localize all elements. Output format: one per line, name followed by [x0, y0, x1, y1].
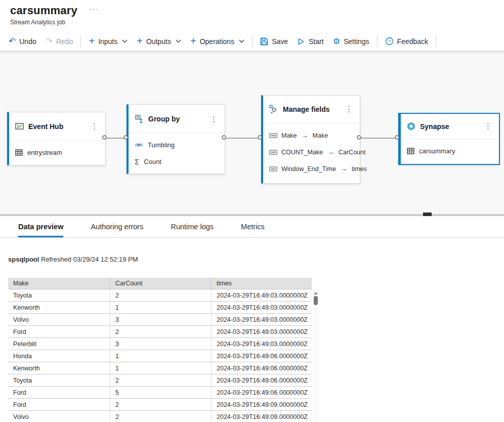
table-cell: 1	[110, 362, 212, 374]
preview-status-line: spsqlpool Refreshed 03/29/24 12:52:19 PM	[8, 256, 138, 263]
output-port[interactable]	[102, 135, 107, 140]
field-to: times	[352, 165, 367, 173]
add-outputs-dropdown[interactable]: + Outputs	[132, 34, 186, 49]
add-inputs-dropdown[interactable]: + Inputs	[84, 34, 132, 49]
tab-runtime-logs[interactable]: Runtime logs	[171, 216, 214, 237]
manage-fields-icon	[269, 105, 278, 114]
table-cell: 3	[110, 338, 212, 350]
undo-button[interactable]: ↶ Undo	[4, 34, 41, 49]
redo-button[interactable]: ↷ Redo	[41, 34, 78, 49]
tab-data-preview[interactable]: Data preview	[18, 216, 63, 237]
table-cell: 1	[110, 302, 212, 313]
settings-label: Settings	[344, 37, 369, 46]
input-port[interactable]	[123, 135, 128, 140]
output-port[interactable]	[357, 135, 361, 140]
inputs-label: Inputs	[98, 37, 117, 46]
tab-metrics[interactable]: Metrics	[241, 216, 265, 237]
tab-authoring-errors[interactable]: Authoring errors	[91, 216, 143, 237]
input-port[interactable]	[258, 135, 262, 140]
node-menu-icon[interactable]: ⋮	[343, 105, 355, 114]
input-port[interactable]	[395, 135, 399, 140]
more-options-icon[interactable]: ···	[90, 5, 99, 13]
field-mapping[interactable]: COUNT_Make → CarCount	[263, 144, 360, 160]
node-item-entrystream[interactable]: entrystream	[9, 144, 105, 161]
node-event-hub[interactable]: Event Hub ⋮ entrystream	[7, 112, 106, 165]
input-name: entrystream	[27, 149, 62, 156]
diagram-canvas[interactable]: Event Hub ⋮ entrystream Σ Group by ⋮	[0, 51, 504, 216]
table-cell: Ford	[8, 399, 110, 410]
field-to: Make	[313, 132, 328, 139]
undo-label: Undo	[19, 37, 36, 46]
node-synapse[interactable]: Synapse ⋮ carsummary	[398, 113, 500, 165]
start-button[interactable]: Start	[292, 34, 328, 49]
table-row: Honda12024-03-29T16:49:06.0000000Z	[8, 350, 312, 362]
field-mapping[interactable]: Window_End_Time → times	[263, 160, 360, 177]
table-cell: 2	[110, 374, 212, 386]
table-row: Kenworth12024-03-29T16:49:06.0000000Z	[8, 362, 312, 374]
toolbar-separator	[252, 35, 253, 48]
table-row: Ford22024-03-29T16:49:03.0000000Z	[8, 326, 312, 338]
table-vscrollbar[interactable]	[313, 289, 319, 422]
field-mapping[interactable]: Make → Make	[263, 127, 360, 144]
toolbar-separator	[80, 35, 81, 48]
scroll-up-icon[interactable]	[314, 292, 318, 294]
table-row: Kenworth12024-03-29T16:49:03.0000000Z	[8, 302, 312, 314]
settings-button[interactable]: ⚙ Settings	[328, 34, 374, 49]
node-title: Manage fields	[283, 105, 339, 113]
table-cell: 2024-03-29T16:49:03.0000000Z	[212, 326, 312, 337]
table-cell: Ford	[8, 326, 110, 337]
field-icon	[269, 133, 277, 138]
arrow-right-icon: →	[340, 165, 348, 173]
plus-icon: +	[190, 36, 196, 46]
node-item-aggregate[interactable]: Σ Count	[129, 153, 225, 170]
table-cell: Ford	[8, 387, 110, 398]
table-header-row: Make CarCount times	[8, 278, 312, 289]
add-operations-dropdown[interactable]: + Operations	[186, 34, 249, 49]
table-cell: Volvo	[8, 411, 110, 422]
command-bar: ↶ Undo ↷ Redo + Inputs + Outputs + Opera…	[4, 32, 504, 51]
node-item-carsummary[interactable]: carsummary	[401, 143, 499, 159]
arrow-right-icon: →	[327, 148, 334, 156]
table-cell: 2	[110, 289, 212, 301]
node-title: Synapse	[420, 122, 478, 131]
node-item-window[interactable]: Tumbling	[129, 137, 225, 153]
redo-label: Redo	[56, 37, 73, 46]
node-manage-fields[interactable]: Manage fields ⋮ Make → Make COUNT_Make	[261, 95, 360, 184]
table-grid-icon	[407, 148, 414, 154]
table-cell: 2024-03-29T16:49:06.0000000Z	[212, 387, 312, 398]
table-cell: 2024-03-29T16:49:03.0000000Z	[212, 338, 312, 350]
chevron-down-icon	[122, 39, 128, 43]
redo-icon: ↷	[46, 37, 53, 46]
table-vscrollbar-thumb[interactable]	[314, 296, 318, 305]
group-by-icon: Σ	[135, 114, 144, 123]
node-menu-icon[interactable]: ⋮	[208, 114, 220, 123]
chevron-down-icon	[239, 39, 244, 43]
table-cell: Kenworth	[8, 362, 110, 374]
arrow-right-icon: →	[301, 132, 309, 139]
sigma-icon: Σ	[135, 158, 139, 165]
table-row: Ford52024-03-29T16:49:06.0000000Z	[8, 387, 312, 399]
column-header-times[interactable]: times	[212, 278, 312, 289]
table-cell: Toyota	[8, 374, 110, 386]
svg-text:?: ?	[388, 38, 390, 44]
page-title: carsummary	[10, 4, 77, 17]
table-grid-icon	[15, 149, 23, 156]
canvas-hscrollbar-thumb[interactable]	[423, 213, 432, 216]
column-header-carcount[interactable]: CarCount	[110, 278, 212, 289]
column-header-make[interactable]: Make	[8, 278, 110, 289]
node-menu-icon[interactable]: ⋮	[89, 122, 100, 131]
outputs-label: Outputs	[146, 37, 171, 46]
save-label: Save	[272, 37, 288, 46]
output-port[interactable]	[222, 135, 226, 140]
connector-wire	[224, 138, 261, 139]
table-cell: 2024-03-29T16:49:03.0000000Z	[212, 302, 312, 313]
table-row: Volvo22024-03-29T16:49:09.0000000Z	[8, 411, 312, 422]
table-cell: 2024-03-29T16:49:09.0000000Z	[212, 399, 312, 410]
table-cell: 2	[110, 399, 212, 410]
field-icon	[269, 166, 277, 172]
node-title: Group by	[148, 115, 203, 123]
save-button[interactable]: Save	[256, 34, 292, 49]
node-menu-icon[interactable]: ⋮	[482, 122, 494, 131]
feedback-button[interactable]: ? Feedback	[381, 34, 433, 49]
node-group-by[interactable]: Σ Group by ⋮ Tumbling Σ Count	[127, 104, 225, 174]
